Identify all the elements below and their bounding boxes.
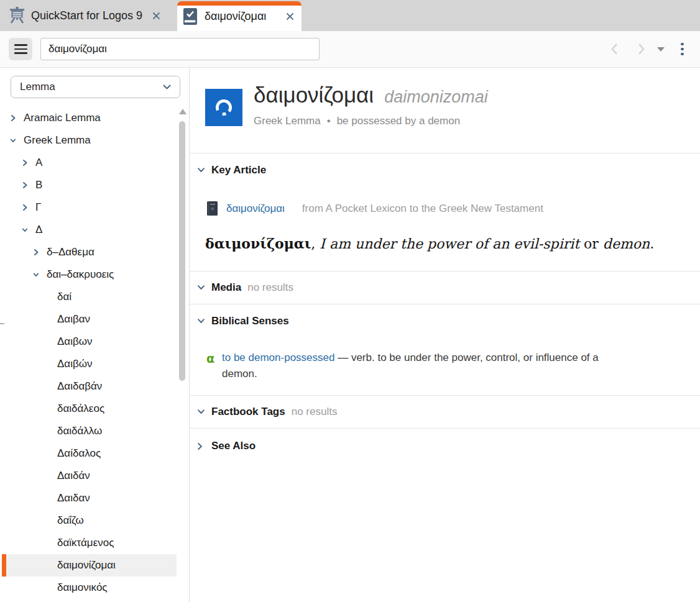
chevron-down-icon[interactable] bbox=[10, 137, 16, 144]
chevron-right-icon[interactable] bbox=[22, 204, 28, 211]
tree-item-label: Γ bbox=[35, 201, 41, 214]
tree-item[interactable]: δαι–δακρυοεις bbox=[2, 263, 177, 286]
key-article-link[interactable]: δαιμονίζομαι bbox=[226, 203, 285, 215]
history-dropdown-icon[interactable] bbox=[657, 47, 665, 52]
scrollbar-thumb[interactable] bbox=[179, 121, 185, 381]
sense-alpha-icon: α bbox=[206, 352, 214, 365]
lemma-filter-select[interactable]: Lemma bbox=[11, 76, 180, 98]
tree-item-label: Α bbox=[35, 157, 42, 169]
section-factbook-tags: Factbook Tags no results bbox=[190, 396, 700, 429]
section-header[interactable]: Biblical Senses bbox=[198, 315, 289, 327]
tree-item-label: δαΐζω bbox=[57, 514, 84, 527]
chevron-right-icon[interactable] bbox=[10, 114, 16, 122]
chevron-down-icon bbox=[198, 409, 205, 414]
back-icon[interactable] bbox=[607, 42, 622, 57]
section-header[interactable]: Factbook Tags no results bbox=[198, 406, 337, 418]
chevron-down-icon[interactable] bbox=[22, 227, 28, 233]
tree-item[interactable]: δαΐζω bbox=[2, 509, 177, 532]
tree-item[interactable]: δαιδάλεος bbox=[2, 398, 177, 420]
tree-item[interactable]: Greek Lemma bbox=[2, 129, 177, 152]
tree-item-label: Δαιβαν bbox=[57, 313, 90, 326]
toolbar bbox=[0, 31, 700, 68]
entry-header: δαιμονίζομαιdaimonizomai Greek Lemma•be … bbox=[190, 68, 700, 153]
tree-item[interactable]: Δαιβαν bbox=[2, 308, 177, 331]
tree-item-label: Δαιβων bbox=[57, 335, 93, 348]
section-header[interactable]: Key Article bbox=[198, 164, 266, 176]
chevron-down-icon[interactable] bbox=[33, 271, 39, 278]
panel-notch bbox=[0, 323, 4, 324]
chevron-down-icon bbox=[198, 319, 205, 324]
tree-item-label: Β bbox=[35, 179, 42, 191]
tree-item[interactable]: Β bbox=[2, 174, 177, 196]
bullet-separator: • bbox=[327, 115, 331, 127]
tab-daimonizomai[interactable]: δαιμονίζομαι bbox=[177, 1, 302, 31]
section-header[interactable]: See Also bbox=[198, 440, 256, 452]
tree-item-label: Δ bbox=[35, 224, 42, 236]
tree-item-label: δαί bbox=[57, 291, 71, 303]
chevron-right-icon[interactable] bbox=[22, 159, 28, 166]
menu-button[interactable] bbox=[9, 38, 32, 60]
tree-item[interactable]: δ–Δαθεμα bbox=[2, 241, 177, 263]
tree-item[interactable]: Δ bbox=[2, 219, 177, 241]
chevron-down-icon bbox=[198, 285, 205, 290]
tree-item-label: δαιδάλλω bbox=[57, 425, 102, 437]
tree-item-label: δαϊκτάμενος bbox=[57, 537, 114, 549]
tree-item[interactable]: Α bbox=[2, 152, 177, 174]
tree-item[interactable]: Δαιδαν bbox=[2, 487, 177, 509]
tab-bar: QuickStart for Logos 9 δαιμονίζομαι bbox=[0, 0, 700, 31]
tree-item-label: Aramaic Lemma bbox=[24, 112, 101, 124]
main-panel: δαιμονίζομαιdaimonizomai Greek Lemma•be … bbox=[190, 68, 700, 602]
chevron-down-icon bbox=[163, 84, 171, 90]
app-window: QuickStart for Logos 9 δαιμονίζομαι bbox=[0, 0, 700, 602]
chevron-right-icon[interactable] bbox=[22, 181, 28, 189]
section-header[interactable]: Media no results bbox=[198, 281, 293, 294]
chevron-right-icon[interactable] bbox=[33, 249, 39, 256]
tree-item-label: Δαίδαλος bbox=[57, 447, 101, 460]
tree-item[interactable]: Δαιβών bbox=[2, 353, 177, 375]
entry-type: Greek Lemma bbox=[254, 115, 321, 127]
content-area: Lemma Aramaic LemmaGreek LemmaΑΒΓΔδ–Δαθε… bbox=[0, 68, 700, 602]
sense-link[interactable]: to be demon-possessed bbox=[222, 352, 334, 363]
search-input[interactable] bbox=[41, 43, 319, 55]
key-article-row: δαιμονίζομαι from A Pocket Lexicon to th… bbox=[207, 201, 543, 216]
section-see-also: See Also bbox=[190, 429, 700, 463]
tree-item-label: Δαιδαβάν bbox=[57, 380, 102, 393]
tree-item[interactable]: δαιδάλλω bbox=[2, 420, 177, 442]
close-icon[interactable] bbox=[286, 12, 294, 21]
presentation-board-icon bbox=[9, 7, 25, 25]
tree-item[interactable]: Aramaic Lemma bbox=[2, 107, 177, 129]
tree-item[interactable]: δαί bbox=[2, 286, 177, 308]
tree-item[interactable]: Δαίδαλος bbox=[2, 442, 177, 465]
tree-item[interactable]: Δαιβων bbox=[2, 331, 177, 353]
tree-item-label: Δαιδαν bbox=[57, 492, 90, 504]
chevron-down-icon bbox=[198, 168, 205, 173]
page-title: δαιμονίζομαι bbox=[254, 83, 374, 107]
tab-label: δαιμονίζομαι bbox=[205, 10, 266, 23]
lemma-filter-value: Lemma bbox=[20, 81, 55, 93]
tree-item[interactable]: δαιμονικός bbox=[2, 577, 177, 599]
tree-item-label: Δαιβών bbox=[57, 358, 93, 370]
tree-item[interactable]: δαιμονίζομαι bbox=[2, 554, 177, 577]
tab-quickstart[interactable]: QuickStart for Logos 9 bbox=[0, 0, 169, 31]
close-icon[interactable] bbox=[152, 12, 160, 20]
search-box bbox=[40, 38, 320, 60]
scroll-up-icon[interactable] bbox=[179, 109, 187, 114]
key-article-source: from A Pocket Lexicon to the Greek New T… bbox=[302, 203, 543, 215]
tree-item-label: Δαιδάν bbox=[57, 470, 90, 482]
forward-icon[interactable] bbox=[633, 42, 648, 57]
tree-item[interactable]: Δαιδάν bbox=[2, 465, 177, 487]
tree-item-label: δαιμονικός bbox=[57, 581, 108, 594]
kebab-menu-icon[interactable] bbox=[681, 43, 684, 56]
lemma-icon bbox=[205, 89, 242, 126]
section-biblical-senses: Biblical Senses α to be demon-possessed … bbox=[190, 304, 700, 396]
lexicon-entry: δαιμονίζομαι, I am under the power of an… bbox=[205, 235, 654, 252]
tree-item-label: δαι–δακρυοεις bbox=[47, 268, 114, 281]
lemma-tree: Aramaic LemmaGreek LemmaΑΒΓΔδ–Δαθεμαδαι–… bbox=[0, 107, 177, 599]
tab-label: QuickStart for Logos 9 bbox=[31, 9, 142, 22]
tree-item[interactable]: Γ bbox=[2, 196, 177, 219]
sense-row: α to be demon-possessed — verb. to be un… bbox=[206, 350, 620, 382]
tree-item-label: δαιμονίζομαι bbox=[57, 559, 116, 572]
tree-item[interactable]: Δαιδαβάν bbox=[2, 375, 177, 398]
tree-item[interactable]: δαϊκτάμενος bbox=[2, 532, 177, 554]
nav-group bbox=[607, 42, 684, 57]
